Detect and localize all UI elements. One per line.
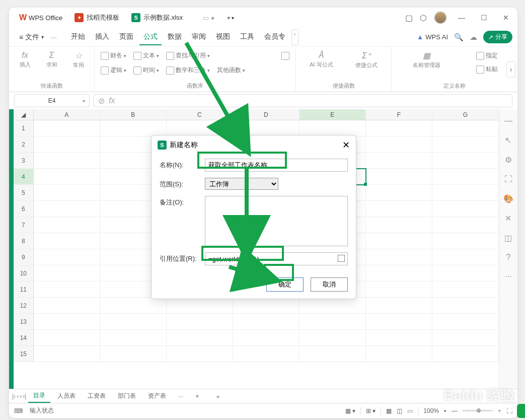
avatar[interactable] [434, 11, 447, 24]
sheet-tab-toc[interactable]: 目录 [28, 389, 50, 403]
cell-F1[interactable] [366, 120, 432, 136]
scrollbar-left[interactable]: ◂ [216, 393, 219, 400]
cell-G5[interactable] [432, 185, 499, 201]
sheet-tab-salary[interactable]: 工资表 [83, 390, 111, 402]
cell-A3[interactable] [34, 153, 100, 169]
cell-G9[interactable] [432, 249, 499, 265]
pointer-icon[interactable]: ↖ [505, 135, 511, 145]
ref-picker-icon[interactable] [338, 255, 345, 262]
row-4[interactable]: 4 [14, 169, 34, 185]
cell-B14[interactable] [100, 330, 167, 346]
cell-A12[interactable] [34, 298, 100, 314]
share-button[interactable]: ↗ 分享 [483, 31, 512, 43]
file-menu[interactable]: ≡ 文件 ▾ ··· [14, 33, 62, 42]
wps-ai[interactable]: ▲ WPS AI [417, 33, 448, 41]
tab-formula[interactable]: 公式 [139, 29, 162, 45]
first-sheet[interactable]: |‹ [12, 393, 16, 400]
cell-G7[interactable] [432, 217, 499, 233]
app-tab[interactable]: W WPS Office [13, 9, 68, 26]
row-3[interactable]: 3 [14, 153, 34, 169]
freeze-icon[interactable]: ⊞ ▾ [366, 407, 376, 414]
tab-page[interactable]: 页面 [115, 29, 137, 45]
window-icon[interactable]: ▢ [405, 13, 413, 23]
ribbon-aiwrite[interactable]: ÅAI 写公式 [307, 50, 336, 70]
sheet-tab-add[interactable]: + [190, 391, 204, 402]
cell-A2[interactable] [34, 136, 100, 153]
help-bubble[interactable] [517, 404, 525, 418]
tab-member[interactable]: 会员专 [260, 29, 289, 45]
col-C[interactable]: C [167, 109, 233, 120]
cancel-button[interactable]: 取消 [311, 277, 348, 292]
ribbon-finance[interactable]: 财务▾ [99, 50, 128, 61]
cell-F3[interactable] [366, 153, 432, 169]
next-sheet[interactable]: › [20, 393, 22, 400]
cell-G8[interactable] [432, 233, 499, 249]
col-A[interactable]: A [34, 109, 100, 120]
row-8[interactable]: 8 [14, 233, 34, 249]
row-12[interactable]: 12 [14, 298, 34, 314]
cell-B13[interactable] [100, 314, 167, 330]
ref-input[interactable] [205, 252, 348, 265]
ribbon-grid[interactable] [279, 50, 291, 61]
cell-E15[interactable] [299, 346, 366, 362]
col-F[interactable]: F [366, 109, 432, 120]
cell-D13[interactable] [233, 314, 299, 330]
cell-F11[interactable] [366, 282, 432, 298]
new-tab[interactable]: +▾ [221, 9, 241, 26]
cell-E13[interactable] [299, 314, 366, 330]
template-tab[interactable]: ✦ 找稻壳模板 [68, 9, 125, 26]
row-14[interactable]: 14 [14, 330, 34, 346]
cell-A7[interactable] [34, 217, 100, 233]
cell-G12[interactable] [432, 298, 499, 314]
cell-D1[interactable] [233, 120, 299, 136]
cell-A9[interactable] [34, 249, 100, 265]
tab-insert[interactable]: 插入 [91, 29, 113, 45]
minimize-button[interactable]: — [454, 14, 469, 22]
file-tab[interactable]: S 示例数据.xlsx ▭ ● [125, 9, 220, 26]
maximize-button[interactable]: ☐ [476, 14, 491, 22]
cell-E1[interactable] [299, 120, 366, 136]
ribbon-scroll[interactable]: › [506, 61, 515, 78]
cell-B15[interactable] [100, 346, 167, 362]
fullscreen-icon[interactable]: ⛶ [506, 407, 512, 414]
dialog-close-icon[interactable]: ✕ [342, 139, 350, 151]
row-15[interactable]: 15 [14, 346, 34, 362]
view-layout-icon[interactable]: ▭ [407, 407, 413, 414]
note-textarea[interactable] [205, 196, 348, 246]
formula-input[interactable]: ⊘ fx [94, 94, 512, 107]
cell-F13[interactable] [366, 314, 432, 330]
cell-E12[interactable] [299, 298, 366, 314]
cell-G6[interactable] [432, 201, 499, 217]
tab-review[interactable]: 审阅 [188, 29, 210, 45]
cell-F10[interactable] [366, 265, 432, 282]
cell-G10[interactable] [432, 265, 499, 282]
cell-F12[interactable] [366, 298, 432, 314]
close-button[interactable]: ✕ [498, 14, 513, 22]
search-icon[interactable]: 🔍 [454, 33, 464, 42]
cell-F6[interactable] [366, 201, 432, 217]
ribbon-time[interactable]: 时间▾ [131, 64, 161, 76]
cell-F9[interactable] [366, 249, 432, 265]
cell-A4[interactable] [34, 169, 100, 185]
row-5[interactable]: 5 [14, 185, 34, 201]
cell-C13[interactable] [167, 314, 233, 330]
row-2[interactable]: 2 [14, 136, 34, 153]
tab-data[interactable]: 数据 [164, 29, 186, 45]
row-13[interactable]: 13 [14, 314, 34, 330]
tab-start[interactable]: 开始 [67, 29, 89, 45]
row-6[interactable]: 6 [14, 201, 34, 217]
cell-F4[interactable] [366, 169, 432, 185]
cell-F14[interactable] [366, 330, 432, 346]
ribbon-sum[interactable]: Σ求和 [43, 50, 61, 70]
scope-select[interactable]: 工作簿 [205, 178, 278, 190]
cell-B12[interactable] [100, 298, 167, 314]
cell-reference[interactable]: E4 [14, 94, 90, 107]
cell-D14[interactable] [233, 330, 299, 346]
fx-icon[interactable]: fx [109, 96, 115, 105]
name-input[interactable] [205, 159, 348, 172]
cell-A11[interactable] [34, 282, 100, 298]
cell-C15[interactable] [167, 346, 233, 362]
table-icon[interactable]: ▦ ▾ [345, 407, 355, 414]
col-D[interactable]: D [233, 109, 299, 120]
ribbon-lookup[interactable]: 查找与引用▾ [164, 50, 212, 61]
